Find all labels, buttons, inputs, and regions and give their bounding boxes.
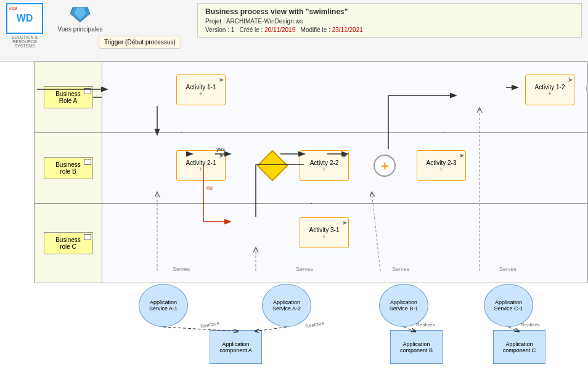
version-label: v19 [9,6,17,11]
app-component-b-label: Applicationcomponent B [400,341,433,353]
project-meta: Projet : ARCHIMATE-WinDesign.ws [205,18,574,25]
act-arrow-4: ➤ [342,152,347,159]
diagram-title: Business process view with "swimlines" [205,7,574,16]
act-arrow-5: ➤ [459,152,464,159]
app-component-a-label: Applicationcomponent A [219,341,252,353]
act-arrow-6: ➤ [342,219,347,226]
swimlane-label-1: BusinessRole A [35,62,102,132]
act-plus-2: + [548,91,551,97]
activity-3-1[interactable]: ➤ Activity 3-1 + [300,217,349,248]
app-component-c[interactable]: Applicationcomponent C [493,330,545,364]
act-plus-3: + [199,166,202,172]
act-label-2: Activity 1-2 [535,84,565,91]
act-label-6: Activity 3-1 [309,227,340,233]
act-plus-4: + [322,166,325,172]
vues-area[interactable]: Vues principales [49,0,111,33]
role-box-3: Businessrole C [44,232,93,254]
vues-icon [68,5,92,23]
act-label-3: Activity 2-1 [186,159,216,166]
serves-label-3: Serves [392,266,409,272]
bottom-area: ApplicationService A-1 ApplicationServic… [34,284,588,383]
act-label-5: Activity 2-3 [427,159,457,166]
realizes-label-a2: Realizes [304,320,324,329]
trigger-box: Trigger (Début processus) [99,36,181,49]
app-service-a2[interactable]: ApplicationService A-2 [262,284,311,327]
swimlane-label-3: Businessrole C [35,204,102,283]
trigger-area: Trigger (Début processus) [99,36,181,49]
swimlane-container: yes no Serves Serves [34,62,588,283]
role-label-2: Businessrole B [55,161,81,175]
lane1-content: ➤ Activity 1-1 + ➤ Activity 1-2 + Output [102,62,587,132]
logo-area: v19 WD SOLUTION & RESOURCE SYSTEMS [0,0,49,51]
main-container: v19 WD SOLUTION & RESOURCE SYSTEMS Vues … [0,0,588,383]
serves-label-4: Serves [499,266,517,272]
activity-1-1[interactable]: ➤ Activity 1-1 + [176,75,226,105]
act-plus-5: + [439,166,443,172]
app-service-c1-label: ApplicationService C-1 [494,299,523,312]
app-service-c1[interactable]: ApplicationService C-1 [484,284,533,327]
swimlane-2: Businessrole B ➤ Activity 2-1 + ➤ Activt… [34,132,588,203]
act-label: Activity 1-1 [186,84,216,91]
gateway-diamond [257,150,288,182]
app-component-b[interactable]: Applicationcomponent B [390,330,443,364]
act-arrow-3: ➤ [219,152,224,159]
role-label-3: Businessrole C [55,236,81,250]
role-label-1: BusinessRole A [55,91,81,104]
role-icon-3 [84,234,91,240]
app-component-a[interactable]: Applicationcomponent A [210,330,262,364]
activity-2-3[interactable]: ➤ Activity 2-3 + [417,150,466,181]
swimlane-label-2: Businessrole B [35,133,102,203]
swimlane-1: BusinessRole A ➤ Activity 1-1 + ➤ Activi… [34,62,588,132]
activity-1-2[interactable]: ➤ Activity 1-2 + [525,75,574,105]
app-service-b1[interactable]: ApplicationService B-1 [379,284,428,327]
realizes-label-a: Realizes [200,320,219,329]
activity-arrow-icon: ➤ [219,76,224,83]
realizes-label-c: Realizes [521,322,540,328]
role-box-2: Businessrole B [44,157,93,179]
activity-2-1[interactable]: ➤ Activity 2-1 + [176,150,226,181]
logo-box: v19 WD [6,3,43,34]
serves-label-1: Serves [173,266,190,272]
act-plus-1: + [199,91,202,97]
app-component-c-label: Applicationcomponent C [503,341,536,353]
role-icon-1 [84,88,91,94]
plus-icon: ＋ [378,158,391,174]
version-meta: Version : 1 Créé le : 20/11/2019 Modifié… [205,26,574,33]
app-service-b1-label: ApplicationService B-1 [390,299,419,312]
realizes-label-b: Realizes [416,322,435,328]
app-service-a1[interactable]: ApplicationService A-1 [139,284,188,327]
title-panel: Business process view with "swimlines" P… [197,3,582,38]
activity-arrow-icon-2: ➤ [568,76,573,83]
act-label-4: Activty 2-2 [310,159,339,166]
logo-subtitle: SOLUTION & RESOURCE SYSTEMS [3,35,46,48]
app-service-a2-label: ApplicationService A-2 [272,299,301,312]
role-icon-2 [84,159,91,165]
activity-2-2[interactable]: ➤ Activty 2-2 + [300,150,349,181]
act-plus-6: + [322,233,325,240]
header: v19 WD SOLUTION & RESOURCE SYSTEMS Vues … [0,0,588,62]
logo-text: WD [17,13,33,24]
serves-label-2: Serves [296,266,313,272]
role-box-1: BusinessRole A [44,86,93,108]
app-service-a1-label: ApplicationService A-1 [149,299,178,312]
lane2-content: ➤ Activity 2-1 + ➤ Activty 2-2 + ＋ [102,133,587,203]
vues-label: Vues principales [57,26,102,33]
parallel-gateway: ＋ [374,155,396,177]
